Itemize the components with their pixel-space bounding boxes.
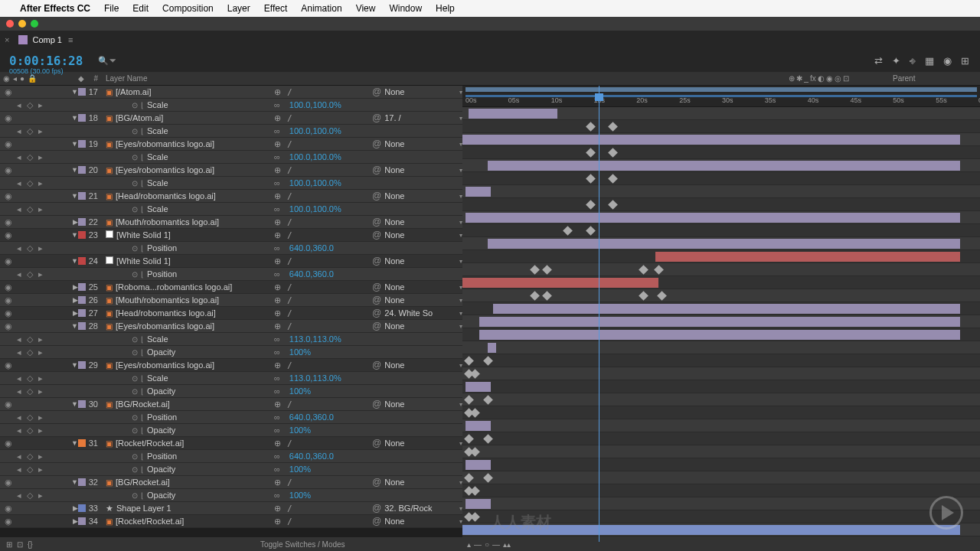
sw-shy[interactable]: ⊕	[274, 217, 281, 227]
stopwatch-icon[interactable]: ⊙	[132, 387, 138, 396]
eye-icon[interactable]: ◉	[3, 139, 14, 149]
twirl-icon[interactable]: ▼	[71, 114, 78, 122]
twirl-icon[interactable]: ▼	[71, 400, 78, 408]
kf-nav-next[interactable]: ▸	[35, 386, 46, 396]
keyframe[interactable]	[530, 291, 540, 301]
kf-nav-prev[interactable]: ◂	[14, 386, 24, 396]
keyframe[interactable]	[657, 291, 667, 301]
col-sw1[interactable]: ⊕	[789, 74, 795, 83]
layer-name[interactable]: ▣[Mouth/robomantics logo.ai]	[101, 295, 271, 305]
twirl-icon[interactable]: ▼	[71, 361, 78, 369]
link-icon[interactable]: ∞	[274, 373, 280, 383]
pickwhip-icon[interactable]: @	[372, 256, 381, 266]
property-name[interactable]: ⊙⌊Scale	[101, 178, 271, 187]
link-icon[interactable]: ∞	[274, 452, 280, 461]
keyframe[interactable]	[586, 200, 596, 210]
layer-name[interactable]: ▣[Eyes/robomantics logo.ai]	[101, 139, 271, 148]
layer-bar[interactable]	[466, 382, 491, 392]
stopwatch-icon[interactable]: ⊙	[132, 101, 138, 109]
kf-nav-next[interactable]: ▸	[35, 269, 46, 279]
label-color[interactable]	[78, 257, 86, 265]
keyframe[interactable]	[639, 265, 648, 275]
layer-name[interactable]: [White Solid 1]	[101, 230, 271, 240]
layer-bar[interactable]	[466, 499, 491, 509]
keyframe[interactable]	[586, 122, 596, 132]
timeline-row[interactable]	[462, 172, 980, 185]
layer-name[interactable]: ▣[BG/Atom.ai]	[101, 113, 271, 122]
property-row[interactable]: ◂◇▸ ⊙⌊Position ∞640.0,360.0	[0, 242, 462, 255]
twirl-icon[interactable]: ▼	[71, 257, 78, 265]
layer-bar[interactable]	[479, 317, 960, 327]
eye-icon[interactable]: ◉	[3, 517, 14, 527]
timeline-row[interactable]	[462, 302, 980, 315]
timeline-row[interactable]	[462, 120, 980, 133]
property-name[interactable]: ⊙⌊Position	[101, 269, 271, 279]
kf-nav-prev[interactable]: ◂	[14, 334, 24, 344]
property-row[interactable]: ◂◇▸ ⊙⌊Opacity ∞100%	[0, 346, 462, 359]
parent-value[interactable]: None	[384, 478, 456, 487]
tab-close[interactable]: ×	[0, 35, 14, 44]
kf-add[interactable]: ◇	[24, 178, 35, 188]
property-value[interactable]: 100.0,100.0%	[289, 178, 341, 187]
property-value[interactable]: 100%	[289, 347, 311, 357]
layer-row[interactable]: ◉ ▼ 28 ▣[Eyes/robomantics logo.ai] ⊕/ @N…	[0, 320, 462, 333]
timeline-row[interactable]	[462, 458, 980, 471]
keyframe[interactable]	[586, 174, 596, 184]
layer-bar[interactable]	[493, 304, 960, 314]
property-row[interactable]: ◂◇▸ ⊙⌊Scale ∞100.0,100.0%	[0, 151, 462, 164]
sw-transform[interactable]: /	[287, 360, 292, 370]
stopwatch-icon[interactable]: ⊙	[132, 348, 138, 357]
label-color[interactable]	[78, 218, 86, 226]
timeline-row[interactable]	[462, 354, 980, 367]
timeline-row[interactable]	[462, 133, 980, 146]
eye-icon[interactable]: ◉	[3, 308, 14, 318]
property-name[interactable]: ⊙⌊Opacity	[101, 386, 271, 396]
kf-add[interactable]: ◇	[24, 412, 35, 422]
keyframe[interactable]	[470, 486, 480, 496]
tab-label[interactable]: Comp 1	[32, 35, 62, 44]
kf-nav-next[interactable]: ▸	[35, 204, 46, 214]
property-value[interactable]: 100%	[289, 491, 311, 500]
keyframe[interactable]	[483, 434, 493, 444]
time-ruler[interactable]: 00s05s10s15s20s25s30s35s40s45s50s55s01:0…	[462, 86, 980, 107]
eye-icon[interactable]: ◉	[3, 87, 14, 97]
layer-name[interactable]: ▣[Roboma...robomantics logo.ai]	[101, 282, 271, 292]
property-value[interactable]: 100.0,100.0%	[289, 100, 341, 109]
kf-nav-prev[interactable]: ◂	[14, 412, 24, 422]
col-solo-icon[interactable]: ●	[20, 74, 24, 83]
label-color[interactable]	[78, 504, 86, 512]
menu-help[interactable]: Help	[436, 3, 455, 14]
kf-add[interactable]: ◇	[24, 491, 35, 500]
sw-transform[interactable]: /	[287, 504, 292, 514]
menu-view[interactable]: View	[356, 3, 376, 14]
timeline-row[interactable]	[462, 146, 980, 159]
parent-value[interactable]: None	[384, 230, 456, 240]
layer-row[interactable]: ◉ ▶ 25 ▣[Roboma...robomantics logo.ai] ⊕…	[0, 281, 462, 294]
keyframe[interactable]	[470, 512, 480, 522]
menu-effect[interactable]: Effect	[264, 3, 287, 14]
comp-flowchart-icon[interactable]: ⇄	[874, 55, 883, 67]
pickwhip-icon[interactable]: @	[372, 139, 381, 149]
nav-end[interactable]: ▴▴	[503, 540, 511, 549]
sw-shy[interactable]: ⊕	[274, 113, 281, 123]
keyframe[interactable]	[464, 473, 474, 483]
pickwhip-icon[interactable]: @	[372, 503, 381, 514]
keyframe[interactable]	[563, 226, 573, 236]
kf-add[interactable]: ◇	[24, 386, 35, 396]
keyframe[interactable]	[654, 265, 664, 275]
twirl-icon[interactable]: ▼	[71, 231, 78, 239]
sw-shy[interactable]: ⊕	[274, 439, 281, 448]
kf-nav-prev[interactable]: ◂	[14, 373, 24, 383]
link-icon[interactable]: ∞	[274, 100, 280, 109]
kf-nav-next[interactable]: ▸	[35, 465, 46, 474]
footer-icon1[interactable]: ⊞	[6, 540, 12, 549]
twirl-icon[interactable]: ▶	[73, 309, 78, 317]
link-icon[interactable]: ∞	[274, 152, 280, 161]
label-color[interactable]	[78, 517, 86, 525]
kf-nav-next[interactable]: ▸	[35, 126, 46, 136]
kf-add[interactable]: ◇	[24, 269, 35, 279]
search-icon[interactable]: 🔍⏷	[98, 56, 117, 66]
property-name[interactable]: ⊙⌊Opacity	[101, 347, 271, 357]
parent-value[interactable]: None	[384, 217, 456, 227]
sw-shy[interactable]: ⊕	[274, 399, 281, 409]
